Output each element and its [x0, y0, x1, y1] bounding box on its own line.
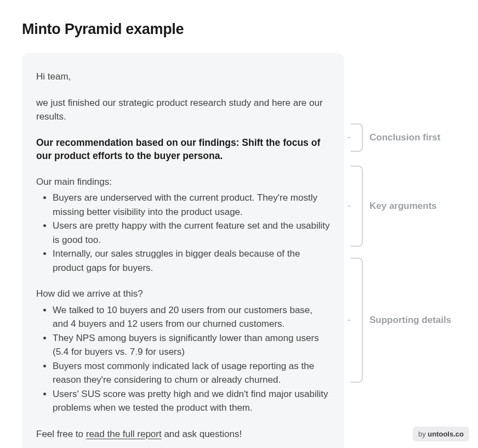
- list-item: They NPS among buyers is significantly l…: [53, 331, 330, 359]
- annotation-conclusion: Conclusion first: [351, 123, 440, 152]
- read-full-report-link[interactable]: read the full report: [86, 429, 162, 439]
- details-list: We talked to 10 buyers and 20 users from…: [36, 303, 330, 415]
- annotation-label: Supporting details: [369, 315, 451, 326]
- attribution-by: by: [418, 430, 428, 438]
- list-item: Buyers are underserved with the current …: [53, 191, 330, 219]
- email-intro: we just finished our strategic product r…: [36, 96, 330, 124]
- brace-icon: [351, 123, 363, 152]
- list-item: Users are pretty happy with the current …: [53, 219, 330, 247]
- brace-icon: [351, 166, 363, 247]
- list-item: Users' SUS score was pretty high and we …: [53, 387, 330, 415]
- details-heading: How did we arrive at this?: [36, 287, 330, 301]
- brace-icon: [351, 258, 363, 383]
- findings-heading: Our main findings:: [36, 175, 330, 189]
- list-item: We talked to 10 buyers and 20 users from…: [53, 303, 330, 331]
- findings-list: Buyers are underserved with the current …: [36, 191, 330, 275]
- closing-pre: Feel free to: [36, 429, 86, 439]
- example-email-card: Hi team, we just finished our strategic …: [22, 53, 344, 448]
- list-item: Internally, our sales struggles in bigge…: [53, 247, 330, 275]
- annotation-details: Supporting details: [351, 258, 451, 383]
- email-greeting: Hi team,: [36, 70, 330, 84]
- annotation-label: Key arguments: [369, 201, 437, 212]
- list-item: Buyers most commonly indicated lack of u…: [53, 359, 330, 387]
- annotation-label: Conclusion first: [369, 132, 440, 143]
- attribution-brand: untools.co: [428, 430, 464, 438]
- page-title: Minto Pyramid example: [22, 21, 456, 38]
- attribution-badge: by untools.co: [413, 427, 469, 441]
- email-closing: Feel free to read the full report and as…: [36, 427, 330, 441]
- closing-post: and ask questions!: [162, 429, 242, 439]
- annotation-arguments: Key arguments: [351, 166, 437, 247]
- email-recommendation: Our recommendation based on our findings…: [36, 136, 330, 163]
